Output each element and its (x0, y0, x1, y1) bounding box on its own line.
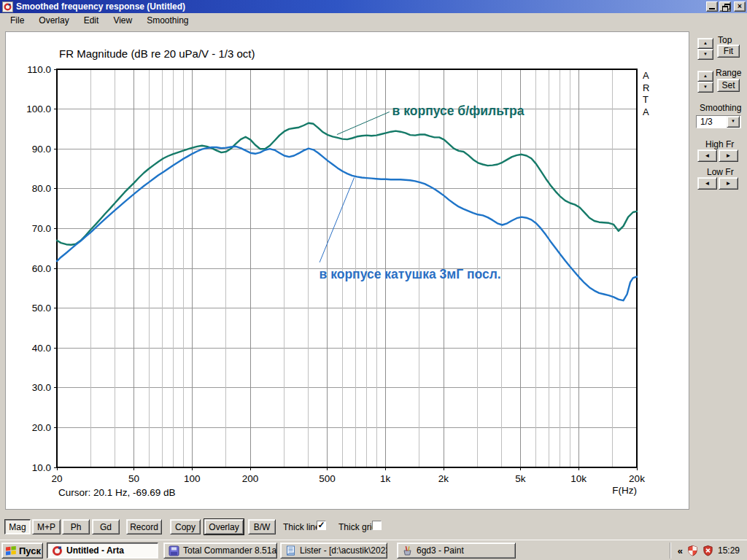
svg-text:110.0: 110.0 (27, 64, 51, 75)
thick-grid-label: Thick grid (338, 522, 376, 532)
m-plus-p-button[interactable]: M+P (32, 519, 61, 534)
task-label: Lister - [d:\acustik\2023\... (300, 545, 387, 556)
svg-text:F(Hz): F(Hz) (612, 485, 637, 496)
start-button[interactable]: Пуск (1, 542, 43, 559)
set-button[interactable]: Set (717, 79, 740, 92)
top-spinner-up[interactable]: ▲ (697, 38, 713, 49)
low-fr-label: Low Fr (707, 167, 734, 177)
bw-button[interactable]: B/W (248, 519, 276, 534)
svg-text:T: T (643, 94, 649, 105)
bottom-toolbar: Mag M+P Ph Gd Record Copy Overlay B/W Th… (0, 515, 689, 537)
svg-text:A: A (643, 106, 649, 117)
windows-flag-icon (5, 545, 17, 556)
menu-view[interactable]: View (106, 14, 139, 28)
menu-edit[interactable]: Edit (77, 14, 107, 28)
annotation-leader-1 (320, 178, 354, 262)
record-button[interactable]: Record (126, 519, 162, 534)
svg-text:R: R (643, 82, 649, 93)
high-fr-left-button[interactable]: ◄ (697, 149, 717, 162)
system-tray: « 15:29 (670, 542, 747, 559)
taskbar: Пуск Untitled - Arta Total Commander 8.5… (0, 540, 747, 560)
svg-text:10.0: 10.0 (32, 462, 51, 473)
range-spinner-down[interactable]: ▼ (697, 82, 713, 93)
overlay-button[interactable]: Overlay (204, 519, 244, 534)
dropdown-arrow-icon[interactable]: ▼ (727, 116, 740, 128)
task-arta[interactable]: Untitled - Arta (47, 542, 158, 559)
svg-text:100.0: 100.0 (26, 104, 51, 114)
svg-text:200: 200 (242, 473, 259, 484)
gd-button[interactable]: Gd (92, 519, 120, 534)
range-label: Range (716, 68, 741, 78)
paint-icon (402, 545, 413, 556)
svg-text:40.0: 40.0 (32, 343, 51, 354)
svg-text:70.0: 70.0 (32, 223, 51, 234)
minimize-icon (709, 8, 715, 9)
low-fr-left-button[interactable]: ◄ (697, 177, 717, 190)
fr-plot[interactable]: 10.020.030.040.050.060.070.080.090.0100.… (6, 32, 689, 509)
fit-button[interactable]: Fit (717, 44, 740, 58)
menu-smoothing[interactable]: Smoothing (139, 14, 196, 28)
smoothing-select[interactable]: 1/3 ▼ (696, 115, 741, 128)
alert-shield-icon[interactable] (703, 545, 713, 556)
annotations: в корпусе б/фильтрав корпусе катушка 3мГ… (320, 104, 525, 281)
svg-text:60.0: 60.0 (32, 263, 51, 274)
arta-app-icon (2, 1, 13, 12)
tray-chevron-icon[interactable]: « (678, 545, 683, 556)
svg-text:500: 500 (319, 473, 336, 484)
ph-button[interactable]: Ph (62, 519, 90, 534)
smoothing-label: Smoothing (700, 103, 741, 113)
annotation-leader-0 (337, 112, 390, 134)
copy-button[interactable]: Copy (170, 519, 201, 534)
svg-text:90.0: 90.0 (32, 144, 51, 155)
svg-text:30.0: 30.0 (32, 382, 51, 393)
menu-bar: File Overlay Edit View Smoothing (0, 13, 747, 28)
svg-text:A: A (643, 70, 649, 81)
mag-button[interactable]: Mag (4, 519, 31, 534)
security-shield-icon[interactable] (687, 545, 698, 556)
low-fr-right-button[interactable]: ► (719, 177, 738, 190)
svg-text:10k: 10k (570, 473, 587, 484)
svg-text:20: 20 (51, 473, 62, 484)
side-panel: ▲ ▼ Top Fit ▲ ▼ Range Set Smoothing 1/3 … (693, 29, 747, 219)
svg-text:2k: 2k (438, 473, 449, 484)
menu-file[interactable]: File (3, 14, 31, 28)
svg-text:5k: 5k (515, 473, 526, 484)
task-label: 6gd3 - Paint (417, 545, 464, 556)
high-fr-right-button[interactable]: ► (719, 149, 738, 162)
desktop: Smoothed frequency response (Untitled) ×… (0, 0, 747, 560)
range-spinner-up[interactable]: ▲ (697, 71, 713, 82)
series-line-0 (57, 123, 637, 245)
svg-text:100: 100 (184, 473, 201, 484)
top-label: Top (718, 35, 732, 45)
thick-line-label: Thick line (283, 522, 320, 532)
lister-icon (285, 545, 296, 556)
thick-line-checkbox[interactable]: ✓ (317, 521, 326, 530)
minimize-button[interactable] (706, 1, 718, 12)
clock[interactable]: 15:29 (718, 545, 740, 556)
annotation-text-0: в корпусе б/фильтра (392, 104, 525, 118)
svg-text:20.0: 20.0 (32, 422, 51, 433)
annotation-text-1: в корпусе катушка 3мГ посл. (320, 267, 501, 281)
close-button[interactable]: × (734, 1, 746, 12)
restore-button[interactable] (719, 1, 731, 12)
task-label: Total Commander 8.51a ... (183, 545, 277, 556)
svg-text:50.0: 50.0 (32, 303, 51, 314)
task-total-commander[interactable]: Total Commander 8.51a ... (163, 542, 277, 559)
window-title: Smoothed frequency response (Untitled) (16, 1, 185, 12)
total-commander-icon (169, 545, 179, 556)
task-label: Untitled - Arta (66, 545, 124, 556)
chart-title: FR Magnitude (dB re 20 uPa/V - 1/3 oct) (59, 47, 255, 60)
smoothing-value: 1/3 (697, 117, 727, 127)
top-spinner-down[interactable]: ▼ (697, 49, 713, 60)
svg-text:80.0: 80.0 (32, 183, 51, 194)
start-label: Пуск (19, 545, 41, 556)
cursor-readout: Cursor: 20.1 Hz, -69.69 dB (58, 487, 176, 498)
thick-grid-checkbox[interactable] (372, 521, 382, 530)
svg-text:50: 50 (128, 473, 139, 484)
chart-panel: 10.020.030.040.050.060.070.080.090.0100.… (6, 32, 689, 509)
arta-icon (52, 545, 63, 556)
task-lister[interactable]: Lister - [d:\acustik\2023\... (280, 542, 387, 559)
high-fr-label: High Fr (705, 139, 734, 149)
task-paint[interactable]: 6gd3 - Paint (397, 542, 516, 559)
menu-overlay[interactable]: Overlay (31, 14, 76, 28)
